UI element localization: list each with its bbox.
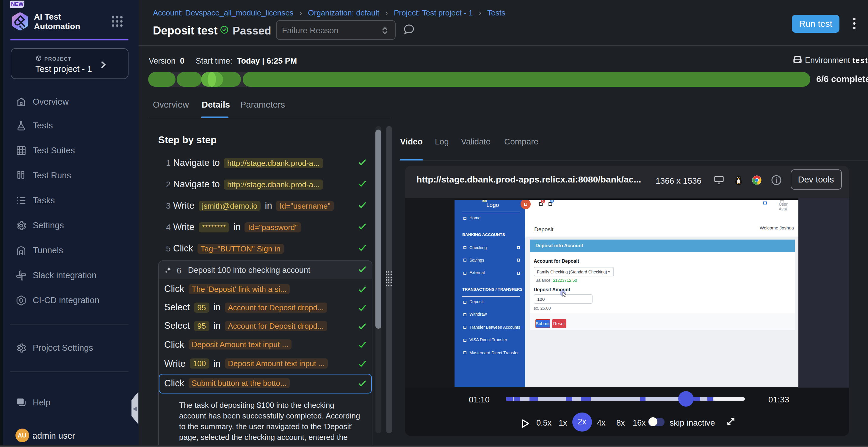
svg-text:?: ? bbox=[19, 398, 22, 404]
